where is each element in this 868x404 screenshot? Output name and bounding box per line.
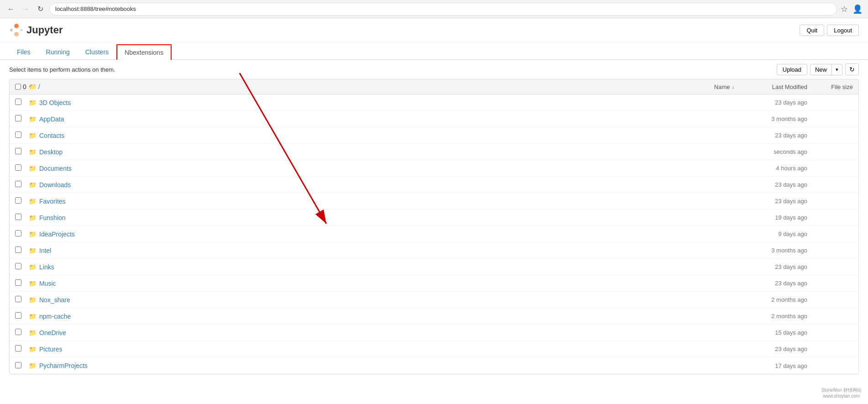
row-checkbox[interactable] <box>15 296 21 302</box>
folder-icon: 📁 <box>29 148 37 156</box>
bookmark-icon[interactable]: ☆ <box>841 4 848 14</box>
jupyter-header: Jupyter Quit Logout <box>0 18 868 42</box>
row-checkbox-col <box>15 230 29 238</box>
file-link[interactable]: Nox_share <box>39 296 70 304</box>
row-checkbox[interactable] <box>15 230 21 236</box>
row-checkbox[interactable] <box>15 99 21 105</box>
url-text: localhost:8888/tree#notebooks <box>55 5 136 12</box>
header-name-col: Name ↓ <box>670 84 734 90</box>
new-dropdown-button[interactable]: ▾ <box>832 64 842 75</box>
row-checkbox-col <box>15 279 29 287</box>
folder-icon: 📁 <box>29 165 37 172</box>
row-modified: 23 days ago <box>734 346 807 352</box>
file-link[interactable]: Funshion <box>39 214 66 221</box>
row-checkbox[interactable] <box>15 148 21 154</box>
file-link[interactable]: Links <box>39 263 54 271</box>
tab-files[interactable]: Files <box>9 44 38 60</box>
row-checkbox[interactable] <box>15 115 21 121</box>
row-modified: 9 days ago <box>734 231 807 237</box>
row-name-col: 📁 Nox_share <box>29 296 734 304</box>
row-checkbox[interactable] <box>15 345 21 352</box>
row-checkbox[interactable] <box>15 312 21 319</box>
header-modified-col: Last Modified <box>734 84 807 90</box>
browser-chrome: ← → ↻ localhost:8888/tree#notebooks ☆ 👤 <box>0 0 868 18</box>
folder-icon: 📁 <box>29 181 37 189</box>
row-modified: 15 days ago <box>734 329 807 336</box>
folder-icon: 📁 <box>29 313 37 320</box>
select-all-checkbox[interactable] <box>15 84 21 90</box>
logout-button[interactable]: Logout <box>827 25 859 36</box>
file-link[interactable]: Downloads <box>39 181 71 189</box>
file-link[interactable]: AppData <box>39 115 64 123</box>
row-checkbox-col <box>15 263 29 271</box>
file-link[interactable]: Intel <box>39 247 51 254</box>
tab-clusters[interactable]: Clusters <box>78 44 116 60</box>
row-modified: 23 days ago <box>734 132 807 139</box>
table-row: 📁 PycharmProjects 17 days ago <box>10 357 858 374</box>
file-link[interactable]: Music <box>39 280 56 287</box>
address-bar[interactable]: localhost:8888/tree#notebooks <box>49 3 837 16</box>
svg-point-2 <box>10 29 13 31</box>
row-checkbox[interactable] <box>15 263 21 269</box>
row-checkbox[interactable] <box>15 214 21 220</box>
file-link[interactable]: IdeaProjects <box>39 231 75 238</box>
quit-button[interactable]: Quit <box>800 25 824 36</box>
name-col-label: Name <box>714 84 730 90</box>
row-name-col: 📁 3D Objects <box>29 99 734 106</box>
back-button[interactable]: ← <box>5 4 16 15</box>
new-button[interactable]: New <box>810 64 832 75</box>
refresh-button[interactable]: ↻ <box>845 63 859 75</box>
row-modified: 2 months ago <box>734 296 807 303</box>
row-checkbox-col <box>15 131 29 139</box>
row-checkbox[interactable] <box>15 164 21 171</box>
tab-bar: Files Running Clusters Nbextensions <box>0 44 868 60</box>
row-checkbox[interactable] <box>15 181 21 187</box>
table-row: 📁 Contacts 23 days ago <box>10 127 858 144</box>
upload-button[interactable]: Upload <box>777 64 807 75</box>
reload-button[interactable]: ↻ <box>35 4 46 15</box>
row-checkbox[interactable] <box>15 197 21 204</box>
folder-icon: 📁 <box>29 346 37 353</box>
table-row: 📁 npm-cache 2 months ago <box>10 308 858 325</box>
table-row: 📁 Intel 3 months ago <box>10 242 858 259</box>
tab-nbextensions[interactable]: Nbextensions <box>116 44 172 60</box>
file-link[interactable]: Pictures <box>39 346 63 353</box>
file-link[interactable]: Favorites <box>39 198 66 205</box>
table-row: 📁 Nox_share 2 months ago <box>10 292 858 308</box>
table-row: 📁 AppData 3 months ago <box>10 111 858 127</box>
jupyter-text: Jupyter <box>26 24 63 36</box>
file-link[interactable]: PycharmProjects <box>39 362 88 369</box>
table-row: 📁 Documents 4 hours ago <box>10 160 858 177</box>
row-checkbox-col <box>15 296 29 304</box>
table-row: 📁 IdeaProjects 9 days ago <box>10 226 858 242</box>
row-modified: 3 months ago <box>734 247 807 254</box>
header-buttons: Quit Logout <box>800 25 859 36</box>
tab-running[interactable]: Running <box>38 44 78 60</box>
row-modified: 23 days ago <box>734 280 807 287</box>
folder-icon: 📁 <box>29 329 37 336</box>
row-checkbox[interactable] <box>15 131 21 138</box>
row-checkbox-col <box>15 181 29 189</box>
row-name-col: 📁 Favorites <box>29 198 734 205</box>
file-link[interactable]: Contacts <box>39 132 64 139</box>
row-name-col: 📁 Documents <box>29 165 734 172</box>
row-modified: 23 days ago <box>734 263 807 270</box>
folder-icon: 📁 <box>29 362 37 369</box>
row-checkbox[interactable] <box>15 279 21 286</box>
row-checkbox[interactable] <box>15 362 21 368</box>
row-checkbox[interactable] <box>15 329 21 335</box>
file-link[interactable]: npm-cache <box>39 313 71 320</box>
file-link[interactable]: 3D Objects <box>39 99 71 106</box>
row-modified: 23 days ago <box>734 181 807 188</box>
file-link[interactable]: Documents <box>39 165 72 172</box>
profile-icon[interactable]: 👤 <box>852 4 863 14</box>
file-link[interactable]: OneDrive <box>39 329 66 336</box>
row-modified: seconds ago <box>734 148 807 155</box>
row-modified: 23 days ago <box>734 198 807 205</box>
file-link[interactable]: Desktop <box>39 148 63 156</box>
row-modified: 23 days ago <box>734 99 807 106</box>
forward-button[interactable]: → <box>20 4 31 15</box>
row-checkbox[interactable] <box>15 247 21 253</box>
row-modified: 17 days ago <box>734 362 807 369</box>
row-checkbox-col <box>15 345 29 353</box>
